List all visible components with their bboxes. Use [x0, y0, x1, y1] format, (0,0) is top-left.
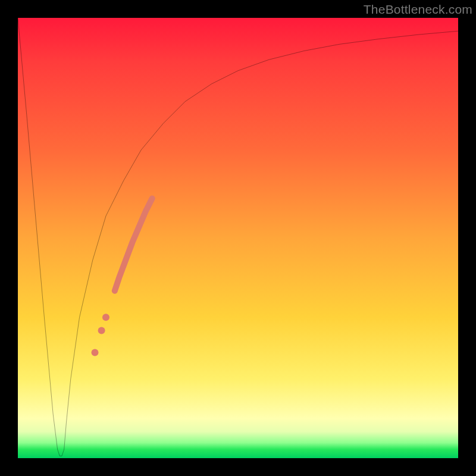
highlight-dot [102, 314, 109, 321]
highlight-dot [98, 327, 105, 334]
watermark-text: TheBottleneck.com [364, 2, 472, 17]
chart-frame: TheBottleneck.com [0, 0, 476, 476]
highlight-dot [91, 349, 98, 356]
highlight-dots [91, 314, 109, 356]
highlight-segment [115, 198, 152, 290]
plot-area [18, 18, 458, 458]
bottleneck-curve [18, 18, 458, 456]
chart-svg [18, 18, 458, 458]
